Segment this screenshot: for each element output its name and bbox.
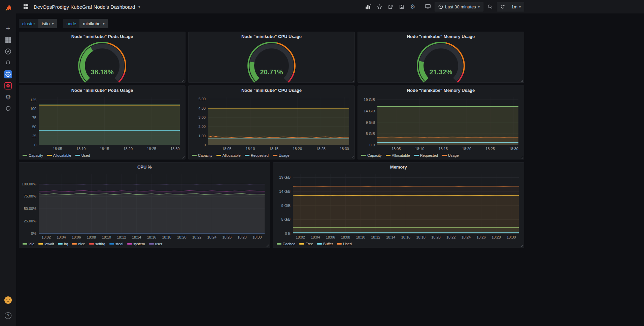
create-plus-icon[interactable]: + — [2, 23, 14, 34]
dashboard-title[interactable]: DevOpsProdigy KubeGraf Node's Dashboard — [34, 4, 135, 10]
user-avatar[interactable] — [2, 294, 14, 306]
chart-cpu-percent[interactable]: 18:0218:0418:0618:0818:1018:1218:1418:16… — [21, 171, 268, 240]
panel-title[interactable]: Node "minikube" CPU Usage — [189, 32, 354, 41]
legend-label: Capacity — [198, 153, 212, 157]
legend-swatch-icon — [23, 155, 27, 156]
legend-item[interactable]: Allocatable — [216, 153, 241, 157]
refresh-control: 1m ▾ — [497, 2, 524, 11]
server-admin-shield-icon[interactable] — [2, 103, 14, 114]
wide-row: CPU % 18:0218:0418:0618:0818:1018:1218:1… — [19, 162, 524, 248]
legend-item[interactable]: Usage — [442, 153, 459, 157]
help-icon[interactable]: ? — [2, 310, 14, 321]
legend-item[interactable]: Allocatable — [47, 153, 71, 157]
timeseries-row: Node "minikube" Pods Usage 18:0518:1018:… — [19, 85, 524, 159]
variable-cluster-value-dropdown[interactable]: istio ▾ — [38, 19, 57, 28]
refresh-button[interactable] — [497, 2, 508, 11]
variable-node-label: node — [63, 19, 79, 28]
svg-text:50.00%: 50.00% — [24, 207, 37, 211]
share-button[interactable] — [386, 2, 395, 11]
panel-title[interactable]: Node "minikube" Memory Usage — [358, 86, 524, 95]
devopsprodigy-plugin-icon[interactable] — [2, 80, 14, 92]
legend-item[interactable]: Requested — [245, 153, 269, 157]
svg-text:18:28: 18:28 — [237, 235, 247, 239]
chart-pods-usage[interactable]: 18:0518:1018:1518:2018:2518:300255075100… — [21, 95, 183, 152]
save-button[interactable] — [397, 2, 406, 11]
template-variables-row: cluster istio ▾ node minikube ▾ — [19, 19, 524, 28]
legend-item[interactable]: Capacity — [192, 153, 212, 157]
refresh-interval-dropdown[interactable]: 1m ▾ — [508, 2, 524, 11]
gauge-pods-usage: 38.18% — [19, 41, 185, 82]
kubegraf-plugin-icon[interactable] — [2, 69, 14, 80]
legend-item[interactable]: idle — [23, 242, 34, 246]
svg-text:18:04: 18:04 — [311, 235, 320, 239]
panel-title[interactable]: Node "minikube" Pods Usage — [19, 32, 185, 41]
svg-text:18:10: 18:10 — [356, 235, 365, 239]
panel-title[interactable]: CPU % — [19, 162, 270, 171]
cycle-view-button[interactable] — [423, 2, 432, 11]
legend-item[interactable]: softirq — [89, 242, 105, 246]
legend-swatch-icon — [442, 155, 447, 156]
legend-label: iowait — [44, 242, 54, 246]
svg-text:18:10: 18:10 — [415, 147, 425, 151]
legend-label: Allocatable — [53, 153, 71, 157]
dashboards-icon[interactable] — [2, 34, 14, 46]
title-caret-icon[interactable]: ▾ — [138, 5, 140, 9]
svg-text:21.32%: 21.32% — [430, 68, 452, 76]
zoom-out-button[interactable] — [486, 2, 495, 11]
legend-label: softirq — [95, 242, 105, 246]
svg-text:18:22: 18:22 — [446, 235, 455, 239]
svg-text:18:05: 18:05 — [222, 147, 232, 151]
time-range-picker[interactable]: Last 30 minutes ▾ — [435, 2, 483, 11]
legend-item[interactable]: user — [149, 242, 162, 246]
legend-item[interactable]: Cached — [277, 242, 296, 246]
legend-item[interactable]: Used — [337, 242, 352, 246]
svg-text:5 GiB: 5 GiB — [366, 132, 375, 136]
svg-text:18:04: 18:04 — [57, 235, 66, 239]
configuration-gear-icon[interactable]: ⚙ — [2, 92, 14, 103]
legend-item[interactable]: nice — [72, 242, 85, 246]
panel-title[interactable]: Node "minikube" CPU Usage — [189, 86, 354, 95]
star-button[interactable] — [375, 2, 384, 11]
explore-compass-icon[interactable] — [2, 46, 14, 57]
chart-cpu-usage[interactable]: 18:0518:1018:1518:2018:2518:3001.002.003… — [191, 95, 352, 152]
variable-node-value-dropdown[interactable]: minikube ▾ — [79, 19, 108, 28]
chart-legend: CapacityAllocatableRequestedUsage — [358, 152, 524, 159]
legend-item[interactable]: Requested — [414, 153, 438, 157]
alerting-bell-icon[interactable] — [2, 57, 14, 69]
svg-text:18:10: 18:10 — [102, 235, 111, 239]
legend-item[interactable]: system — [127, 242, 145, 246]
svg-text:18:08: 18:08 — [87, 235, 96, 239]
svg-text:0: 0 — [204, 143, 206, 147]
dashboard-settings-button[interactable]: ⚙ — [408, 2, 417, 11]
svg-text:18:02: 18:02 — [296, 235, 305, 239]
legend-label: Allocatable — [223, 153, 241, 157]
svg-text:18:15: 18:15 — [269, 147, 279, 151]
legend-item[interactable]: Capacity — [23, 153, 43, 157]
grafana-logo-icon[interactable] — [2, 3, 14, 14]
chart-memory[interactable]: 18:0218:0418:0618:0818:1018:1218:1418:16… — [275, 171, 522, 240]
legend-item[interactable]: Free — [299, 242, 313, 246]
panel-title[interactable]: Memory — [273, 162, 524, 171]
legend-item[interactable]: steal — [109, 242, 123, 246]
legend-item[interactable]: Usage — [273, 153, 290, 157]
svg-text:25.00%: 25.00% — [24, 219, 37, 223]
panel-pods-usage-gauge: Node "minikube" Pods Usage 38.18% — [19, 32, 185, 83]
legend-item[interactable]: Allocatable — [386, 153, 410, 157]
legend-swatch-icon — [317, 243, 322, 245]
legend-item[interactable]: irq — [58, 242, 68, 246]
panel-title[interactable]: Node "minikube" Memory Usage — [358, 32, 524, 41]
panel-title[interactable]: Node "minikube" Pods Usage — [19, 86, 185, 95]
svg-text:19 GiB: 19 GiB — [364, 98, 375, 102]
legend-label: Used — [343, 242, 352, 246]
legend-item[interactable]: Capacity — [361, 153, 382, 157]
svg-text:18:30: 18:30 — [340, 147, 349, 151]
chart-memory-usage[interactable]: 18:0518:1018:1518:2018:2518:300 B5 GiB9 … — [360, 95, 522, 152]
panel-memory-usage-gauge: Node "minikube" Memory Usage 21.32% — [358, 32, 524, 83]
legend-item[interactable]: iowait — [38, 242, 54, 246]
svg-text:0: 0 — [34, 143, 36, 147]
legend-label: Requested — [420, 153, 438, 157]
add-panel-button[interactable] — [364, 2, 373, 11]
variable-node: node minikube ▾ — [63, 19, 108, 28]
legend-item[interactable]: Used — [75, 153, 90, 157]
legend-item[interactable]: Buffer — [317, 242, 333, 246]
